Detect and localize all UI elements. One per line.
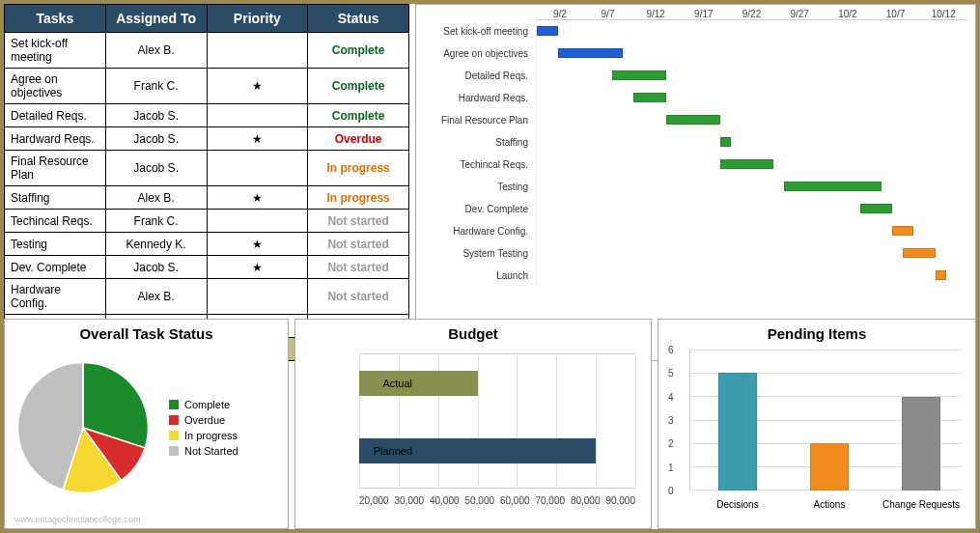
assigned-cell: Frank C. xyxy=(105,210,207,233)
gantt-label: Agree on objectives xyxy=(420,48,536,59)
axis-label: Decisions xyxy=(694,499,781,510)
status-cell: Not started xyxy=(308,233,409,256)
axis-tick: 50,000 xyxy=(464,495,494,506)
axis-tick: 4 xyxy=(668,391,674,402)
assigned-cell: Jacob S. xyxy=(105,151,207,186)
priority-cell: ★ xyxy=(207,233,308,256)
priority-cell xyxy=(207,151,308,186)
status-cell: Complete xyxy=(308,69,409,104)
bottom-row: www.eritagechristiancollege.com Overall … xyxy=(4,319,976,529)
status-cell: Not started xyxy=(308,256,409,279)
table-row[interactable]: TestingKennedy K.★Not started xyxy=(5,233,409,256)
legend-item: In progress xyxy=(169,430,238,441)
assigned-cell: Jacob S. xyxy=(105,104,207,127)
table-row[interactable]: Agree on objectivesFrank C.★Complete xyxy=(5,69,409,104)
gantt-row: Techincal Reqs. xyxy=(420,154,967,176)
axis-tick: 70,000 xyxy=(535,495,565,506)
gantt-tick: 9/7 xyxy=(584,9,632,19)
table-header: Tasks xyxy=(5,5,106,33)
gantt-label: Hardware Config. xyxy=(420,226,536,237)
pie-title: Overall Task Status xyxy=(11,325,282,342)
gantt-label: Staffing xyxy=(420,137,536,148)
axis-tick: 60,000 xyxy=(500,495,530,506)
gantt-tick: 9/17 xyxy=(680,9,728,19)
status-cell: Complete xyxy=(308,104,409,127)
gantt-label: Set kick-off meeting xyxy=(420,26,536,37)
legend-item: Not Started xyxy=(169,445,238,457)
gantt-tick: 10/7 xyxy=(872,9,920,19)
pie-legend: CompleteOverdueIn progressNot Started xyxy=(169,395,238,461)
axis-label: Change Requests xyxy=(878,499,965,510)
legend-label: Overdue xyxy=(184,414,225,426)
status-cell: In progress xyxy=(308,186,409,210)
gantt-row: Agree on objectives xyxy=(420,42,967,65)
table-header: Status xyxy=(308,5,409,33)
table-row[interactable]: StaffingAlex B.★In progress xyxy=(5,186,409,210)
gantt-chart: 9/29/79/129/179/229/2710/210/710/12 Set … xyxy=(420,9,967,356)
task-cell: Dev. Complete xyxy=(5,256,106,279)
table-header: Assigned To xyxy=(105,5,207,33)
priority-cell: ★ xyxy=(207,127,308,151)
gantt-row: Final Resource Plan xyxy=(420,109,967,131)
gantt-bar xyxy=(558,48,623,58)
gantt-bar xyxy=(612,70,666,80)
table-row[interactable]: Dev. CompleteJacob S.★Not started xyxy=(5,256,409,279)
gantt-bar xyxy=(720,137,731,147)
top-row: TasksAssigned ToPriorityStatus Set kick-… xyxy=(4,4,976,313)
gantt-tick: 9/12 xyxy=(631,9,680,19)
table-row[interactable]: Hardware Config.Alex B.Not started xyxy=(5,279,409,315)
gantt-label: System Testing xyxy=(420,248,536,259)
gantt-tick: 9/2 xyxy=(536,9,584,19)
pie-chart xyxy=(11,355,155,500)
assigned-cell: Kennedy K. xyxy=(105,233,207,256)
axis-tick: 3 xyxy=(668,415,674,426)
task-table: TasksAssigned ToPriorityStatus Set kick-… xyxy=(4,4,409,361)
table-row[interactable]: Final Resource PlanJacob S.In progress xyxy=(5,151,409,186)
gantt-row: Launch xyxy=(420,265,967,287)
gantt-label: Dev. Complete xyxy=(420,204,536,214)
priority-cell xyxy=(207,210,308,233)
task-cell: Hardware Config. xyxy=(5,279,106,315)
task-cell: Hardward Reqs. xyxy=(5,127,106,151)
budget-panel: Budget Actual Planned 20,00030,00040,000… xyxy=(294,319,652,529)
legend-label: In progress xyxy=(184,430,238,441)
table-row[interactable]: Hardward Reqs.Jacob S.★Overdue xyxy=(5,127,409,151)
pending-bar xyxy=(902,397,940,491)
pending-title: Pending Items xyxy=(664,325,969,342)
legend-item: Complete xyxy=(169,399,238,410)
budget-label-actual: Actual xyxy=(359,378,412,389)
legend-swatch xyxy=(169,400,179,409)
gantt-row: Hardware Config. xyxy=(420,220,967,242)
task-cell: Set kick-off meeting xyxy=(5,33,106,69)
priority-cell: ★ xyxy=(207,186,308,210)
assigned-cell: Alex B. xyxy=(105,33,207,69)
gantt-tick: 9/22 xyxy=(728,9,776,19)
gantt-panel: 9/29/79/129/179/229/2710/210/710/12 Set … xyxy=(415,4,976,361)
gantt-row: Set kick-off meeting xyxy=(420,20,967,42)
axis-label: Actions xyxy=(786,499,873,510)
legend-label: Complete xyxy=(184,399,230,410)
assigned-cell: Frank C. xyxy=(105,69,207,104)
dashboard: TasksAssigned ToPriorityStatus Set kick-… xyxy=(4,4,976,529)
legend-label: Not Started xyxy=(184,445,238,457)
table-header: Priority xyxy=(207,5,308,33)
axis-tick: 40,000 xyxy=(430,495,460,506)
table-row[interactable]: Set kick-off meetingAlex B.Complete xyxy=(5,33,409,69)
priority-cell: ★ xyxy=(207,256,308,279)
gantt-bar xyxy=(784,182,881,191)
table-row[interactable]: Techincal Reqs.Frank C.Not started xyxy=(5,210,409,233)
budget-label-planned: Planned xyxy=(359,445,412,457)
axis-tick: 1 xyxy=(668,462,674,472)
gantt-row: Staffing xyxy=(420,131,967,154)
table-row[interactable]: Detailed Reqs.Jacob S.Complete xyxy=(5,104,409,127)
gantt-tick: 10/12 xyxy=(919,9,967,19)
budget-title: Budget xyxy=(301,325,645,342)
gantt-row: System Testing xyxy=(420,242,967,265)
pending-chart: 0123456DecisionsActionsChange Requests xyxy=(664,346,969,516)
gantt-bar xyxy=(936,270,946,280)
task-cell: Final Resource Plan xyxy=(5,151,106,186)
assigned-cell: Jacob S. xyxy=(105,256,207,279)
watermark: www.eritagechristiancollege.com xyxy=(14,515,141,524)
gantt-label: Testing xyxy=(420,182,536,192)
status-cell: Not started xyxy=(308,210,409,233)
